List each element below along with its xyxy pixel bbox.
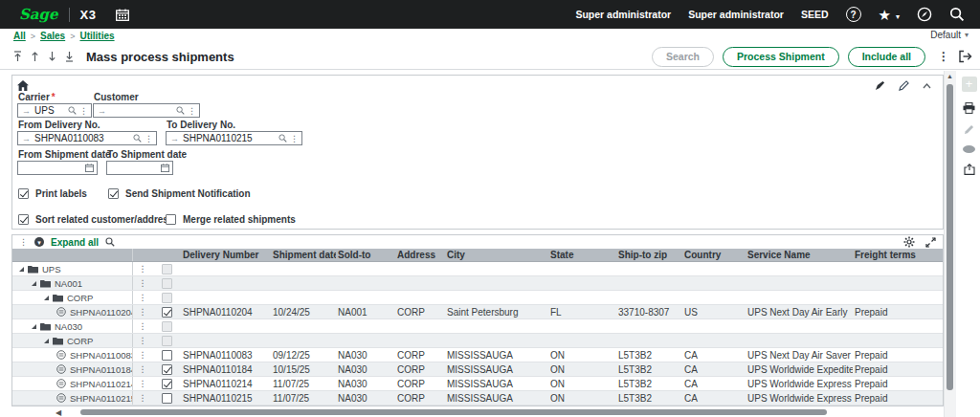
calendar-icon[interactable] <box>85 164 94 172</box>
carrier-input[interactable]: → UPS ⋮ <box>17 103 92 118</box>
endpoint-label[interactable]: SEED <box>801 9 829 20</box>
tree-label[interactable]: CORP <box>67 293 93 303</box>
checkbox-icon[interactable] <box>162 350 172 361</box>
horizontal-scrollbar-thumb[interactable] <box>80 409 827 415</box>
grid-search-icon[interactable] <box>105 237 115 247</box>
column-header[interactable]: Address <box>395 249 445 261</box>
edit-pencil-icon[interactable] <box>899 80 909 91</box>
row-checkbox[interactable] <box>152 305 181 318</box>
user-role-label[interactable]: Super administrator <box>575 9 671 20</box>
to-date-input[interactable] <box>106 161 173 175</box>
row-menu-icon[interactable]: ⋮ <box>133 291 152 304</box>
expand-all-icon[interactable]: ▾ <box>34 237 44 247</box>
home-icon[interactable] <box>17 80 29 91</box>
calendar-icon[interactable] <box>161 164 169 172</box>
scroll-left-arrow[interactable]: ◀ <box>56 408 61 417</box>
customize-pen-icon[interactable] <box>875 80 885 91</box>
collapse-panel-icon[interactable] <box>923 83 931 89</box>
tree-collapse-icon[interactable] <box>44 339 49 343</box>
column-header[interactable]: Service Name <box>746 249 853 261</box>
field-menu-icon[interactable]: ⋮ <box>188 106 196 116</box>
row-checkbox[interactable] <box>152 377 181 390</box>
search-button[interactable]: Search <box>652 47 714 67</box>
row-checkbox[interactable] <box>152 348 181 362</box>
checkbox-icon[interactable] <box>162 307 172 318</box>
move-up-icon[interactable] <box>30 51 40 62</box>
tree-label[interactable]: NA030 <box>55 321 82 332</box>
customer-input[interactable]: → ⋮ <box>93 103 200 118</box>
row-menu-icon[interactable]: ⋮ <box>133 319 152 333</box>
row-checkbox[interactable] <box>152 391 181 405</box>
table-row[interactable]: SHPNA0110083 ⋮ SHPNA0110083 09/12/25 NA0… <box>12 348 943 362</box>
field-menu-icon[interactable]: ⋮ <box>290 134 299 143</box>
table-row-group[interactable]: CORP ⋮ <box>12 334 943 348</box>
column-header[interactable]: State <box>548 249 616 261</box>
breadcrumb-sales[interactable]: Sales <box>40 31 65 41</box>
search-icon[interactable] <box>949 7 965 22</box>
to-delivery-input[interactable]: → SHPNA0110215 ⋮ <box>166 131 302 145</box>
checkbox-icon[interactable] <box>18 188 29 199</box>
add-button[interactable]: + <box>962 77 977 92</box>
tree-label[interactable]: SHPNA0110083 <box>70 350 133 361</box>
tree-label[interactable]: SHPNA0110215 <box>70 393 133 404</box>
table-row[interactable]: SHPNA0110215 ⋮ SHPNA0110215 11/07/25 NA0… <box>12 391 943 406</box>
column-header[interactable]: Freight terms <box>853 249 943 261</box>
checkbox-icon[interactable] <box>166 214 176 225</box>
lookup-icon[interactable] <box>176 106 185 115</box>
tree-collapse-icon[interactable] <box>19 267 24 272</box>
row-menu-icon[interactable]: ⋮ <box>133 391 152 405</box>
table-row[interactable]: SHPNA0110184 ⋮ SHPNA0110184 10/15/25 NA0… <box>12 362 943 377</box>
table-row[interactable]: SHPNA0110214 ⋮ SHPNA0110214 11/07/25 NA0… <box>12 377 943 391</box>
checkbox-icon[interactable] <box>18 214 29 225</box>
gear-icon[interactable] <box>903 236 915 248</box>
checkbox-icon[interactable] <box>162 364 172 375</box>
row-checkbox[interactable] <box>152 362 181 376</box>
column-header[interactable]: Ship-to zip <box>616 249 682 261</box>
table-row-group[interactable]: UPS ⋮ <box>12 262 943 276</box>
column-header[interactable]: Sold-to <box>336 249 395 261</box>
scroll-to-bottom-icon[interactable] <box>64 51 75 62</box>
lookup-icon[interactable] <box>133 134 142 143</box>
move-down-icon[interactable] <box>47 51 57 62</box>
send-notification-checkbox[interactable]: Send Shipment Notification <box>108 188 251 199</box>
row-menu-icon[interactable]: ⋮ <box>133 348 152 362</box>
scroll-to-top-icon[interactable] <box>12 51 23 62</box>
tree-collapse-icon[interactable] <box>44 296 49 300</box>
more-actions-icon[interactable]: ⋮ <box>938 50 949 63</box>
favorites-star-icon[interactable]: ★ <box>879 8 891 22</box>
row-menu-icon[interactable]: ⋮ <box>133 276 152 290</box>
tree-collapse-icon[interactable] <box>32 281 36 286</box>
checkbox-icon[interactable] <box>162 393 172 404</box>
tree-label[interactable]: UPS <box>42 264 61 274</box>
tree-label[interactable]: SHPNA0110204 <box>70 307 133 318</box>
field-menu-icon[interactable]: ⋮ <box>145 134 153 143</box>
column-header[interactable]: Shipment date <box>271 249 336 261</box>
field-menu-icon[interactable]: ⋮ <box>79 106 88 116</box>
row-menu-icon[interactable]: ⋮ <box>133 262 152 275</box>
vertical-scrollbar-thumb[interactable] <box>947 84 953 390</box>
table-row[interactable]: SHPNA0110204 ⋮ SHPNA0110204 10/24/25 NA0… <box>12 305 943 319</box>
jump-to-record-icon[interactable]: → <box>22 134 31 143</box>
print-icon[interactable] <box>963 102 975 114</box>
comment-icon[interactable] <box>963 145 975 153</box>
row-menu-icon[interactable]: ⋮ <box>133 377 152 390</box>
tree-collapse-icon[interactable] <box>32 324 36 329</box>
include-all-button[interactable]: Include all <box>848 47 925 67</box>
from-delivery-input[interactable]: → SHPNA0110083 ⋮ <box>17 131 157 145</box>
tree-label[interactable]: SHPNA0110184 <box>70 364 133 375</box>
table-row-group[interactable]: CORP ⋮ <box>12 291 943 305</box>
jump-to-record-icon[interactable]: → <box>98 106 106 116</box>
row-menu-icon[interactable]: ⋮ <box>133 334 152 347</box>
jump-to-record-icon[interactable]: → <box>170 134 179 143</box>
jump-to-record-icon[interactable]: → <box>22 106 31 116</box>
tree-label[interactable]: SHPNA0110214 <box>70 379 133 389</box>
lookup-icon[interactable] <box>68 106 77 115</box>
print-labels-checkbox[interactable]: Print labels <box>18 188 87 199</box>
navigation-compass-icon[interactable] <box>917 7 932 22</box>
export-icon[interactable] <box>964 164 975 175</box>
breadcrumb-all[interactable]: All <box>13 31 26 41</box>
checkbox-icon[interactable] <box>108 188 119 199</box>
lookup-icon[interactable] <box>278 134 287 143</box>
column-header[interactable]: City <box>445 249 548 261</box>
row-menu-icon[interactable]: ⋮ <box>133 305 152 318</box>
